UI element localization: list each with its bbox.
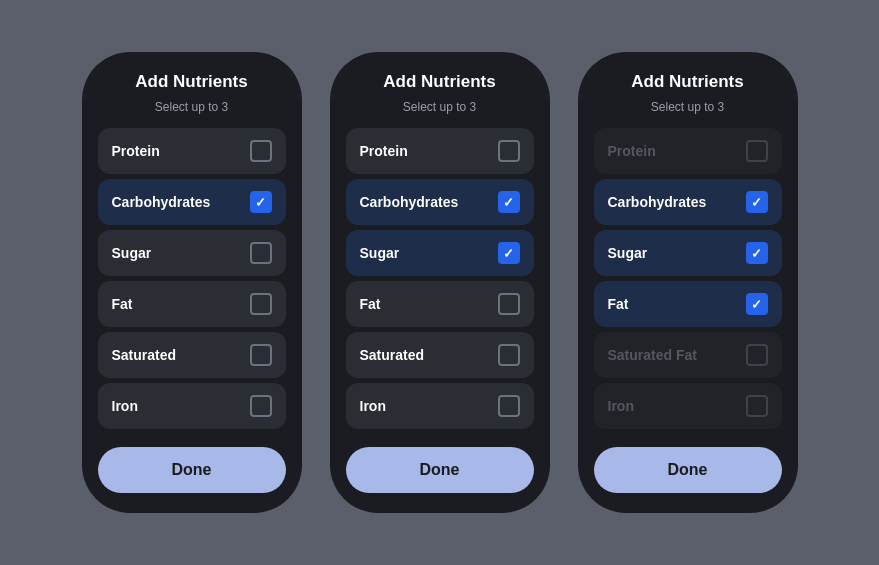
- nutrient-checkbox[interactable]: [746, 191, 768, 213]
- nutrient-label: Fat: [360, 296, 381, 312]
- nutrient-checkbox: [746, 140, 768, 162]
- nutrient-item-1[interactable]: Carbohydrates: [346, 179, 534, 225]
- nutrient-label: Carbohydrates: [112, 194, 211, 210]
- nutrient-checkbox[interactable]: [250, 140, 272, 162]
- nutrient-item-4[interactable]: Saturated: [346, 332, 534, 378]
- nutrient-checkbox: [746, 395, 768, 417]
- nutrient-item-0[interactable]: Protein: [346, 128, 534, 174]
- nutrient-checkbox[interactable]: [498, 395, 520, 417]
- nutrient-checkbox[interactable]: [250, 242, 272, 264]
- panel-title: Add Nutrients: [135, 72, 247, 92]
- panel-subtitle: Select up to 3: [651, 100, 724, 114]
- panel-1: Add NutrientsSelect up to 3ProteinCarboh…: [82, 52, 302, 513]
- done-button[interactable]: Done: [346, 447, 534, 493]
- nutrient-list: ProteinCarbohydratesSugarFatSaturatedIro…: [346, 128, 534, 429]
- nutrient-label: Fat: [608, 296, 629, 312]
- nutrient-label: Fat: [112, 296, 133, 312]
- nutrient-checkbox[interactable]: [250, 395, 272, 417]
- panel-2: Add NutrientsSelect up to 3ProteinCarboh…: [330, 52, 550, 513]
- nutrient-checkbox[interactable]: [498, 140, 520, 162]
- nutrient-checkbox[interactable]: [498, 191, 520, 213]
- panel-title: Add Nutrients: [383, 72, 495, 92]
- nutrient-label: Sugar: [112, 245, 152, 261]
- panel-3: Add NutrientsSelect up to 3ProteinCarboh…: [578, 52, 798, 513]
- nutrient-item-1[interactable]: Carbohydrates: [98, 179, 286, 225]
- nutrient-checkbox[interactable]: [250, 191, 272, 213]
- nutrient-item-5: Iron: [594, 383, 782, 429]
- nutrient-list: ProteinCarbohydratesSugarFatSaturatedIro…: [98, 128, 286, 429]
- panel-subtitle: Select up to 3: [403, 100, 476, 114]
- nutrient-item-2[interactable]: Sugar: [346, 230, 534, 276]
- nutrient-label: Protein: [112, 143, 160, 159]
- done-button[interactable]: Done: [98, 447, 286, 493]
- nutrient-checkbox[interactable]: [746, 242, 768, 264]
- nutrient-checkbox[interactable]: [250, 293, 272, 315]
- nutrient-label: Saturated Fat: [608, 347, 697, 363]
- nutrient-label: Sugar: [608, 245, 648, 261]
- panel-title: Add Nutrients: [631, 72, 743, 92]
- nutrient-item-5[interactable]: Iron: [346, 383, 534, 429]
- nutrient-checkbox[interactable]: [498, 344, 520, 366]
- panel-subtitle: Select up to 3: [155, 100, 228, 114]
- nutrient-list: ProteinCarbohydratesSugarFatSaturated Fa…: [594, 128, 782, 429]
- panels-container: Add NutrientsSelect up to 3ProteinCarboh…: [82, 52, 798, 513]
- nutrient-item-3[interactable]: Fat: [346, 281, 534, 327]
- nutrient-label: Protein: [360, 143, 408, 159]
- nutrient-checkbox[interactable]: [498, 293, 520, 315]
- nutrient-item-2[interactable]: Sugar: [594, 230, 782, 276]
- nutrient-label: Carbohydrates: [608, 194, 707, 210]
- nutrient-item-4[interactable]: Saturated: [98, 332, 286, 378]
- nutrient-checkbox[interactable]: [250, 344, 272, 366]
- nutrient-item-0: Protein: [594, 128, 782, 174]
- nutrient-item-5[interactable]: Iron: [98, 383, 286, 429]
- nutrient-checkbox[interactable]: [746, 293, 768, 315]
- nutrient-checkbox: [746, 344, 768, 366]
- done-button[interactable]: Done: [594, 447, 782, 493]
- nutrient-item-3[interactable]: Fat: [594, 281, 782, 327]
- nutrient-checkbox[interactable]: [498, 242, 520, 264]
- nutrient-item-1[interactable]: Carbohydrates: [594, 179, 782, 225]
- nutrient-label: Iron: [360, 398, 386, 414]
- nutrient-label: Sugar: [360, 245, 400, 261]
- nutrient-item-4: Saturated Fat: [594, 332, 782, 378]
- nutrient-item-3[interactable]: Fat: [98, 281, 286, 327]
- nutrient-label: Saturated: [360, 347, 425, 363]
- nutrient-label: Protein: [608, 143, 656, 159]
- nutrient-label: Iron: [112, 398, 138, 414]
- nutrient-item-0[interactable]: Protein: [98, 128, 286, 174]
- nutrient-label: Saturated: [112, 347, 177, 363]
- nutrient-item-2[interactable]: Sugar: [98, 230, 286, 276]
- nutrient-label: Iron: [608, 398, 634, 414]
- nutrient-label: Carbohydrates: [360, 194, 459, 210]
